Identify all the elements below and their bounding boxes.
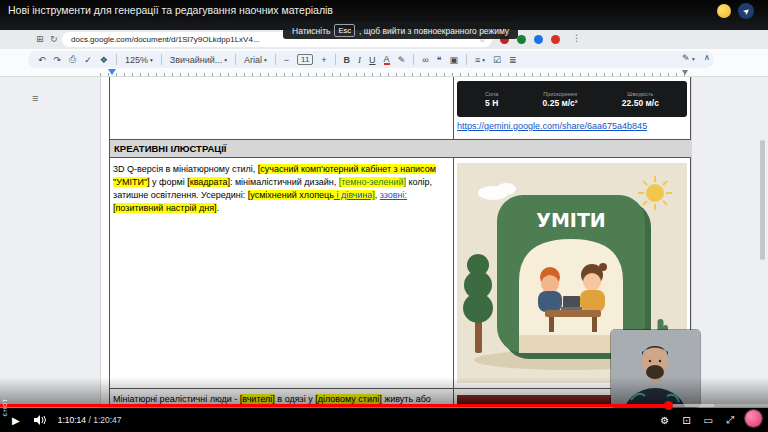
scrollbar[interactable] (760, 140, 765, 260)
text-segment: і дівчина] (334, 190, 375, 200)
chevron-down-icon: ▾ (482, 57, 485, 63)
toolbar-separator (275, 54, 276, 65)
theater-mode-icon[interactable]: ▭ (704, 415, 713, 426)
highlight-color-button[interactable]: ✎ (398, 55, 406, 65)
table-border (109, 157, 691, 158)
extension-icon[interactable] (517, 35, 526, 44)
time-display: 1:10:14 / 1:20:47 (58, 415, 122, 425)
docs-toolbar: ↶↷⎙✓❖125%▾Звичайний...▾Arial▾−11+BIUA✎∞❝… (28, 51, 714, 68)
chevron-down-icon: ▾ (692, 56, 695, 62)
undo-icon[interactable]: ↶ (38, 55, 46, 65)
svg-text:УМІТИ: УМІТИ (536, 209, 606, 231)
align-button[interactable]: ≡▾ (475, 55, 485, 65)
toolbar-separator (116, 54, 117, 65)
pencil-icon: ✎ (682, 53, 690, 63)
play-button[interactable]: ▶ (12, 415, 20, 426)
miniplayer-icon[interactable]: ⊡ (682, 415, 690, 426)
player-controls: ▶ 1:10:14 / 1:20:47 (0, 408, 768, 432)
toolbar-separator (161, 54, 162, 65)
zoom-select[interactable]: 125%▾ (125, 55, 153, 65)
redo-icon[interactable]: ↷ (54, 55, 62, 65)
chevron-down-icon: ▾ (224, 57, 227, 63)
print-icon[interactable]: ⎙ (69, 54, 76, 65)
table-border (453, 77, 454, 408)
text-segment: ззовні: (380, 190, 407, 200)
ruler-ticks (100, 73, 692, 76)
stats-image: Сила5 НПрискорення0.25 м/с²Швидкість22.5… (457, 81, 687, 117)
table-border (109, 77, 110, 408)
channel-logo-icon[interactable] (745, 410, 762, 427)
prompt-text-1[interactable]: 3D Q-версія в мініатюрному стилі, [сучас… (113, 163, 449, 215)
document-page: Сила5 НПрискорення0.25 м/с²Швидкість22.5… (100, 77, 692, 408)
fullscreen-toast: Натисніть Esc , щоб вийти з повноекранно… (283, 22, 518, 39)
stat-cell: Сила5 Н (485, 91, 498, 108)
insert-image-button[interactable]: ▣ (449, 55, 458, 65)
text-segment: [позитивний настрій дня] (113, 203, 217, 213)
toast-text: , щоб вийти з повноекранного режиму (359, 26, 509, 36)
text-segment: [квадрата] (187, 177, 230, 187)
progress-played (0, 404, 668, 407)
underline-button[interactable]: U (369, 55, 376, 65)
insert-link-button[interactable]: ∞ (422, 55, 428, 65)
spellcheck-icon[interactable]: ✓ (84, 55, 92, 65)
time-total: 1:20:47 (93, 415, 121, 425)
collapse-toolbar-button[interactable]: ∧ (704, 53, 710, 62)
player-right-controls: ⚙ ⊡ ▭ ⤢ (660, 408, 734, 432)
paint-format-icon[interactable]: ❖ (100, 55, 108, 65)
video-player: ⊞ ↻ docs.google.com/document/d/1Sl7y9OLk… (0, 0, 768, 432)
font-size-input[interactable]: 11 (297, 54, 313, 65)
styles-select[interactable]: Звичайний...▾ (170, 55, 227, 65)
checklist-button[interactable]: ☑ (493, 55, 501, 65)
toolbar-separator (466, 54, 467, 65)
font-size-increase-button[interactable]: + (321, 55, 326, 65)
stat-cell: Швидкість22.50 м/с (622, 91, 659, 108)
extension-icon[interactable] (534, 35, 543, 44)
settings-gear-icon[interactable]: ⚙ (660, 415, 669, 426)
volume-icon[interactable] (34, 415, 46, 425)
chevron-down-icon: ▾ (150, 57, 153, 63)
right-margin-marker-icon[interactable] (682, 70, 688, 75)
list-button[interactable]: ≣ (509, 55, 517, 65)
text-segment: . (217, 203, 220, 213)
stat-cell: Прискорення0.25 м/с² (543, 91, 578, 108)
browser-menu-icon[interactable]: ⋮ (572, 33, 581, 43)
text-segment: [усміхнений хлопець (248, 190, 334, 200)
refresh-icon[interactable]: ↻ (50, 34, 58, 44)
toolbar-separator (413, 54, 414, 65)
tab-grid-icon[interactable]: ⊞ (36, 34, 44, 44)
show-outline-icon[interactable]: ≡ (32, 92, 38, 104)
toolbar-separator (235, 54, 236, 65)
indent-marker-icon[interactable] (108, 69, 116, 75)
toast-text: Натисніть (292, 26, 330, 36)
font-select[interactable]: Arial▾ (244, 55, 267, 65)
fullscreen-icon[interactable]: ⤢ (726, 414, 734, 426)
esc-key-badge: Esc (334, 24, 355, 37)
gemini-share-link[interactable]: https://gemini.google.com/share/6aa675a4… (457, 121, 687, 132)
url-text: docs.google.com/document/d/1Sl7y9OLkdpp1… (71, 35, 260, 44)
bold-button[interactable]: B (344, 55, 351, 65)
extension-icon[interactable] (551, 35, 560, 44)
video-title: Нові інструменти для генерації та редагу… (8, 4, 333, 16)
text-segment: 3D Q-версія в мініатюрному стилі, (113, 164, 258, 174)
share-arrow-icon[interactable]: ➤ (738, 3, 754, 19)
toolbar-separator (335, 54, 336, 65)
section-header-cell: КРЕАТИВНІ ІЛЮСТРАЦІЇ (110, 140, 691, 157)
time-separator: / (88, 415, 90, 425)
editing-mode-button[interactable]: ✎ ▾ (682, 53, 695, 63)
text-segment: : мінімалістичний дизайн, (230, 177, 339, 187)
text-segment: у формі (150, 177, 188, 187)
channel-watermark: єнот (1, 398, 8, 416)
section-header-text: КРЕАТИВНІ ІЛЮСТРАЦІЇ (114, 143, 226, 154)
chevron-down-icon: ▾ (264, 57, 267, 63)
time-current: 1:10:14 (58, 415, 86, 425)
italic-button[interactable]: I (358, 55, 361, 65)
text-color-button[interactable]: A (384, 55, 390, 65)
text-segment: [темно-зелений] (339, 177, 406, 187)
font-size-decrease-button[interactable]: − (284, 55, 289, 65)
progress-bar[interactable] (0, 404, 768, 407)
add-comment-button[interactable]: ❝ (437, 55, 442, 65)
overlay-badge-icon[interactable] (717, 4, 731, 18)
